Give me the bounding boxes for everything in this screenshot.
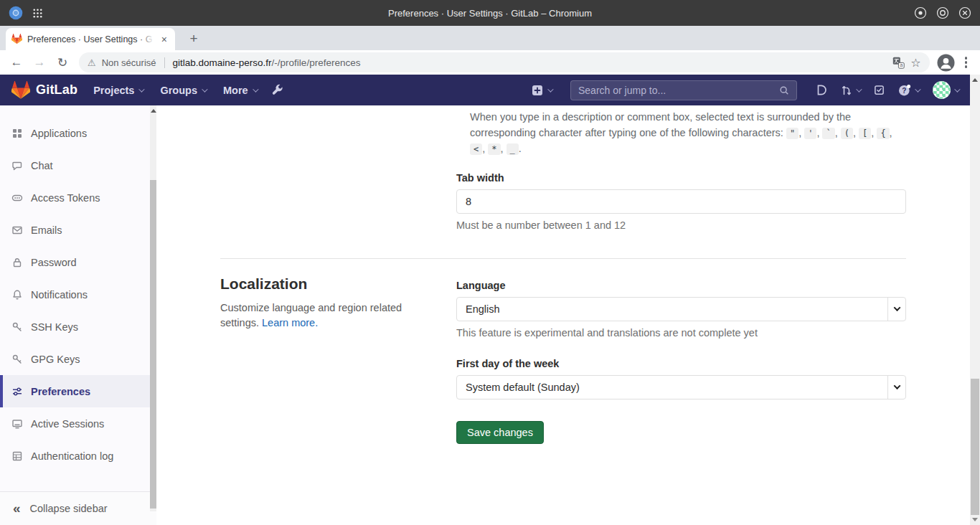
notifications-icon bbox=[11, 289, 23, 301]
forward-icon[interactable]: → bbox=[30, 53, 49, 72]
learn-more-link[interactable]: Learn more. bbox=[262, 317, 318, 328]
back-icon[interactable]: ← bbox=[7, 53, 26, 72]
issues-icon[interactable] bbox=[816, 84, 827, 96]
merge-requests-button[interactable] bbox=[841, 85, 860, 96]
gitlab-brand-text: GitLab bbox=[36, 82, 77, 98]
reload-icon[interactable]: ↻ bbox=[53, 53, 72, 72]
surround-char: < bbox=[470, 143, 482, 155]
sidebar-item-applications[interactable]: Applications bbox=[0, 117, 156, 149]
sidebar-scrollbar[interactable] bbox=[150, 105, 156, 511]
sidebar-item-emails[interactable]: Emails bbox=[0, 214, 156, 246]
first-day-select[interactable]: System default (Sunday) bbox=[456, 375, 906, 399]
chat-icon bbox=[11, 160, 23, 171]
bookmark-star-icon[interactable]: ☆ bbox=[910, 56, 920, 70]
sidebar-item-notifications[interactable]: Notifications bbox=[0, 278, 156, 311]
admin-wrench-icon[interactable] bbox=[271, 84, 283, 96]
window-titlebar: Preferences · User Settings · GitLab – C… bbox=[0, 0, 980, 26]
nav-menu-groups[interactable]: Groups bbox=[151, 85, 215, 96]
omnibox-divider bbox=[164, 57, 165, 68]
help-icon: ? bbox=[898, 84, 911, 97]
search-icon bbox=[779, 85, 789, 95]
plus-square-icon bbox=[532, 85, 543, 96]
maximize-button[interactable] bbox=[936, 6, 949, 19]
browser-menu-icon[interactable] bbox=[959, 52, 974, 72]
sidebar-item-authentication-log[interactable]: Authentication log bbox=[0, 440, 156, 472]
sidebar-item-active-sessions[interactable]: Active Sessions bbox=[0, 407, 156, 440]
language-help: This feature is experimental and transla… bbox=[456, 327, 906, 339]
password-icon bbox=[11, 257, 23, 268]
new-menu-button[interactable] bbox=[532, 85, 552, 96]
security-warning-icon[interactable]: ⚠ bbox=[88, 57, 96, 68]
surround-char: * bbox=[488, 143, 500, 155]
chevron-down-icon bbox=[202, 86, 207, 92]
apps-grid-icon[interactable] bbox=[32, 7, 44, 19]
sidebar-item-access-tokens[interactable]: Access Tokens bbox=[0, 181, 156, 214]
save-changes-button[interactable]: Save changes bbox=[456, 421, 544, 444]
svg-text:?: ? bbox=[902, 86, 906, 94]
language-label: Language bbox=[456, 280, 906, 291]
minimize-button[interactable] bbox=[914, 6, 927, 19]
surround-help-text: When you type in a description or commen… bbox=[456, 110, 906, 158]
scroll-down-icon[interactable] bbox=[972, 518, 978, 521]
sidebar-item-label: Emails bbox=[31, 224, 62, 236]
nav-menu-more[interactable]: More bbox=[215, 85, 265, 96]
sidebar-item-label: Notifications bbox=[31, 289, 88, 301]
sidebar-item-chat[interactable]: Chat bbox=[0, 149, 156, 181]
gitlab-navbar: GitLab Projects Groups More bbox=[0, 75, 970, 105]
tab-width-help: Must be a number between 1 and 12 bbox=[456, 219, 906, 231]
page-scrollbar-thumb[interactable] bbox=[971, 379, 979, 515]
user-menu-button[interactable] bbox=[933, 81, 958, 99]
surround-char: { bbox=[877, 128, 889, 139]
active-sessions-icon bbox=[11, 418, 23, 430]
applications-icon bbox=[11, 128, 23, 139]
help-menu-button[interactable]: ? bbox=[898, 84, 919, 97]
todos-icon[interactable] bbox=[874, 85, 885, 95]
sidebar-item-preferences[interactable]: Preferences bbox=[0, 375, 156, 407]
page-scrollbar[interactable] bbox=[970, 75, 980, 525]
sidebar-item-password[interactable]: Password bbox=[0, 246, 156, 278]
collapse-sidebar-button[interactable]: « Collapse sidebar bbox=[0, 491, 156, 525]
security-label: Non sécurisé bbox=[102, 57, 156, 68]
sidebar-item-label: GPG Keys bbox=[31, 354, 80, 365]
browser-profile-avatar[interactable] bbox=[937, 54, 955, 72]
new-tab-button[interactable]: + bbox=[184, 29, 204, 49]
sidebar-item-label: Preferences bbox=[31, 386, 90, 397]
search-input[interactable] bbox=[578, 85, 779, 96]
surround-char: ' bbox=[804, 128, 816, 139]
gpg-keys-icon bbox=[11, 354, 23, 365]
window-title: Preferences · User Settings · GitLab – C… bbox=[0, 8, 980, 19]
page-url: gitlab.domaine-perso.fr/-/profile/prefer… bbox=[173, 57, 361, 68]
browser-tab[interactable]: Preferences · User Settings · G × bbox=[6, 28, 175, 50]
global-search[interactable] bbox=[570, 80, 797, 100]
chevron-down-icon bbox=[856, 86, 862, 92]
close-window-button[interactable] bbox=[958, 6, 971, 19]
select-chevron-icon bbox=[887, 298, 905, 321]
chevron-down-icon bbox=[954, 86, 960, 92]
translate-icon[interactable]: a bbox=[892, 57, 905, 69]
localization-description: Customize language and region related se… bbox=[220, 301, 421, 331]
authentication-log-icon bbox=[11, 450, 23, 462]
scroll-up-icon[interactable] bbox=[972, 78, 978, 82]
sidebar-scrollbar-thumb[interactable] bbox=[150, 180, 156, 509]
scroll-up-icon[interactable] bbox=[151, 109, 156, 113]
gitlab-logo[interactable]: GitLab bbox=[11, 81, 77, 100]
merge-request-icon bbox=[841, 85, 852, 96]
surround-char: [ bbox=[859, 128, 871, 139]
tab-close-icon[interactable]: × bbox=[159, 34, 169, 45]
nav-menu-projects[interactable]: Projects bbox=[85, 85, 151, 96]
sidebar-item-label: Password bbox=[31, 257, 77, 268]
sidebar-item-label: Active Sessions bbox=[31, 418, 104, 430]
sidebar-item-gpg-keys[interactable]: GPG Keys bbox=[0, 343, 156, 375]
chromium-logo-icon bbox=[9, 6, 23, 20]
address-bar[interactable]: ⚠ Non sécurisé gitlab.domaine-perso.fr/-… bbox=[79, 52, 930, 72]
surround-char: ( bbox=[841, 128, 853, 139]
sidebar-item-ssh-keys[interactable]: SSH Keys bbox=[0, 311, 156, 343]
collapse-icon: « bbox=[13, 501, 21, 516]
section-divider bbox=[220, 258, 906, 259]
tab-width-input[interactable] bbox=[456, 189, 906, 214]
sidebar-item-label: Chat bbox=[31, 160, 53, 171]
language-select[interactable]: English bbox=[456, 297, 906, 321]
user-avatar bbox=[933, 81, 951, 99]
sidebar-item-label: Applications bbox=[31, 128, 87, 139]
surround-char: " bbox=[786, 128, 798, 139]
